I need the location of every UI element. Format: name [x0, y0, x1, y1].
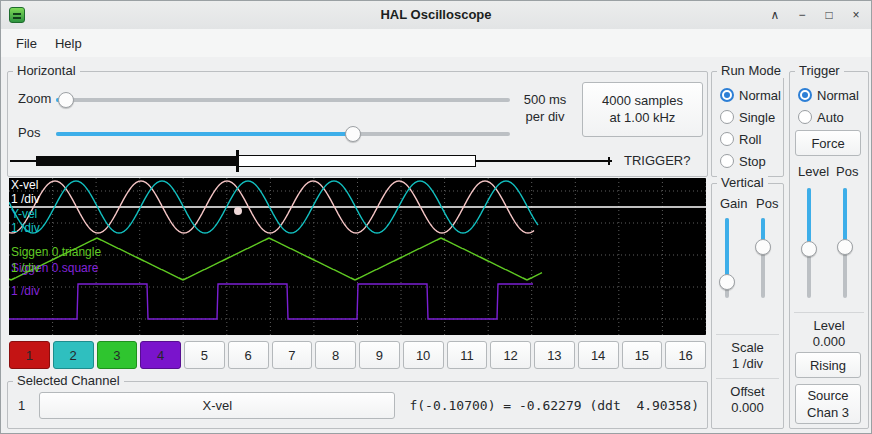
runmode-radio-single[interactable]: Single — [720, 108, 775, 126]
horizontal-group: Horizontal Zoom 500 ms per div 4000 samp… — [7, 71, 708, 177]
selected-channel-group-label: Selected Channel — [13, 373, 124, 388]
channel-button-14[interactable]: 14 — [578, 341, 619, 369]
force-button[interactable]: Force — [795, 130, 861, 156]
gain-slider[interactable] — [718, 214, 736, 302]
samples-count: 4000 samples — [602, 93, 683, 109]
scope-channel-label: 1 /div — [11, 222, 40, 235]
radio-label: Roll — [739, 132, 761, 147]
shade-icon[interactable]: ∧ — [768, 8, 782, 22]
scope-plot — [9, 178, 706, 335]
channel-button-8[interactable]: 8 — [315, 341, 356, 369]
trigger-source-line1: Source — [807, 388, 848, 404]
trigger-group: Trigger Normal Auto Force Level Pos Leve… — [789, 71, 869, 429]
trigger-source-line2: Chan 3 — [807, 405, 849, 421]
run-mode-group: Run Mode Normal Single Roll Stop — [711, 71, 784, 177]
window-controls: ∧ − □ × — [768, 1, 863, 29]
trigger-group-label: Trigger — [795, 63, 844, 78]
radio-icon — [720, 110, 734, 124]
channel-button-12[interactable]: 12 — [490, 341, 531, 369]
radio-icon — [720, 132, 734, 146]
offset-value: 0.000 — [712, 400, 783, 415]
radio-icon — [720, 88, 734, 102]
scope-channel-label: 1 /div — [11, 262, 40, 275]
trigger-source-button[interactable]: Source Chan 3 — [795, 384, 861, 424]
radio-label: Normal — [739, 88, 781, 103]
run-mode-group-label: Run Mode — [717, 63, 785, 78]
channel-button-13[interactable]: 13 — [534, 341, 575, 369]
vertical-group: Vertical Gain Pos Scale 1 /div Offset 0.… — [711, 183, 784, 429]
slider-handle[interactable] — [755, 239, 771, 255]
channel-name-button[interactable]: X-vel — [39, 392, 395, 419]
record-bar-endcap — [608, 157, 610, 165]
channel-value-readout: f(-0.10700) = -0.62279 (ddt 4.90358) — [409, 398, 699, 413]
scope-display: X-vel1 /divY-vel1 /divSiggen 0.triangleS… — [9, 178, 706, 335]
close-icon[interactable]: × — [849, 8, 863, 22]
scope-channel-label: 1 /div — [11, 193, 40, 206]
channel-button-5[interactable]: 5 — [184, 341, 225, 369]
horizontal-group-label: Horizontal — [13, 63, 80, 78]
radio-label: Auto — [817, 110, 844, 125]
zoom-slider[interactable] — [48, 91, 518, 109]
maximize-icon[interactable]: □ — [822, 8, 836, 22]
radio-label: Normal — [817, 88, 859, 103]
vertical-group-label: Vertical — [717, 175, 768, 190]
zoom-label: Zoom — [18, 91, 51, 106]
trigger-radio-auto[interactable]: Auto — [798, 108, 844, 126]
samples-button[interactable]: 4000 samples at 1.00 kHz — [582, 82, 703, 137]
titlebar: HAL Oscilloscope ∧ − □ × — [1, 1, 871, 30]
slider-handle[interactable] — [837, 239, 853, 255]
channel-button-3[interactable]: 3 — [97, 341, 138, 369]
slider-fill — [725, 218, 729, 282]
channel-button-4[interactable]: 4 — [140, 341, 181, 369]
offset-caption: Offset — [712, 384, 783, 399]
record-bar-filled — [36, 156, 238, 166]
channel-button-1[interactable]: 1 — [9, 341, 50, 369]
divider — [716, 378, 779, 379]
trigger-level-caption: Level — [790, 318, 868, 333]
slider-track — [56, 98, 510, 102]
scope-channel-label: Y-vel — [11, 208, 37, 221]
trigger-status-label: TRIGGER? — [624, 153, 690, 168]
scope-channel-label: X-vel — [11, 179, 38, 192]
runmode-radio-normal[interactable]: Normal — [720, 86, 781, 104]
trigger-pos-column-label: Pos — [836, 164, 858, 179]
slider-handle[interactable] — [719, 274, 735, 290]
time-per-div-value: 500 ms — [512, 91, 578, 108]
record-trigger-marker — [236, 150, 239, 172]
channel-button-6[interactable]: 6 — [228, 341, 269, 369]
slider-handle[interactable] — [801, 241, 817, 257]
record-bar-window — [238, 155, 476, 167]
slider-fill — [56, 132, 357, 136]
menu-file[interactable]: File — [7, 32, 46, 55]
channel-button-16[interactable]: 16 — [665, 341, 706, 369]
trigger-radio-normal[interactable]: Normal — [798, 86, 859, 104]
channel-button-2[interactable]: 2 — [53, 341, 94, 369]
selected-channel-row: 1 X-vel f(-0.10700) = -0.62279 (ddt 4.90… — [18, 392, 699, 419]
trigger-level-slider[interactable] — [800, 184, 818, 302]
runmode-radio-stop[interactable]: Stop — [720, 152, 766, 170]
minimize-icon[interactable]: − — [795, 8, 809, 22]
trigger-pos-slider[interactable] — [836, 184, 854, 302]
scale-caption: Scale — [712, 340, 783, 355]
vpos-slider[interactable] — [754, 214, 772, 302]
trigger-edge-button[interactable]: Rising — [795, 352, 861, 378]
hpos-label: Pos — [18, 125, 40, 140]
menu-help[interactable]: Help — [46, 32, 91, 55]
channel-button-9[interactable]: 9 — [359, 341, 400, 369]
samples-rate: at 1.00 kHz — [610, 110, 676, 126]
radio-icon — [720, 154, 734, 168]
menubar: File Help — [1, 29, 871, 57]
runmode-radio-roll[interactable]: Roll — [720, 130, 761, 148]
scope-channel-label: Siggen 0.triangle — [11, 246, 101, 259]
slider-handle[interactable] — [58, 92, 74, 108]
slider-fill — [807, 188, 811, 249]
time-per-div-unit: per div — [512, 108, 578, 125]
channel-button-7[interactable]: 7 — [272, 341, 313, 369]
channel-button-15[interactable]: 15 — [622, 341, 663, 369]
channel-button-10[interactable]: 10 — [403, 341, 444, 369]
trigger-level-value: 0.000 — [790, 334, 868, 349]
hpos-slider[interactable] — [48, 125, 518, 143]
channel-button-11[interactable]: 11 — [447, 341, 488, 369]
slider-handle[interactable] — [345, 126, 361, 142]
selected-channel-number: 1 — [18, 398, 25, 413]
